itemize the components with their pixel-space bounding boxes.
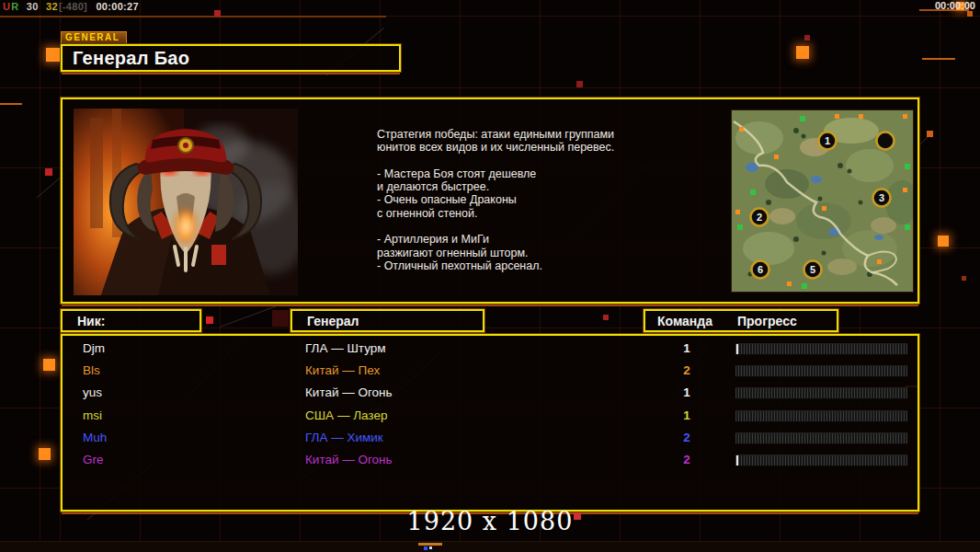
- player-team: 1: [677, 341, 697, 355]
- decor-line: [0, 16, 386, 17]
- progress-header-label: Прогресс: [737, 311, 797, 331]
- player-team: 1: [677, 408, 697, 422]
- decor-square: [796, 46, 809, 59]
- game-clock: 00:00:00: [935, 0, 975, 11]
- debug-fps-label: U: [3, 1, 10, 12]
- decor-line: [0, 103, 22, 105]
- decor-square: [967, 11, 973, 17]
- player-nick: msi: [83, 408, 102, 422]
- decor-square: [429, 546, 432, 549]
- player-general: Китай — Огонь: [305, 453, 393, 466]
- decor-square: [804, 35, 810, 40]
- map-preview: 13265: [731, 109, 914, 293]
- start-position-number: 1: [825, 135, 830, 146]
- nick-header-label: Ник:: [63, 311, 199, 331]
- player-progress-bar: [735, 432, 907, 444]
- player-row: msiСША — Лазер1: [63, 406, 917, 428]
- resolution-watermark: 1920 x 1080: [0, 507, 980, 535]
- progress-marker: [736, 455, 738, 466]
- bottom-strip: [0, 541, 980, 552]
- decor-square: [272, 310, 289, 327]
- decor-square: [43, 359, 55, 371]
- decor-square: [576, 81, 583, 87]
- general-title-box: Генерал Бао: [61, 44, 401, 72]
- player-progress-bar: [735, 343, 907, 355]
- decor-line: [418, 543, 442, 546]
- player-general: ГЛА — Штурм: [305, 341, 386, 355]
- decor-line: [922, 58, 955, 60]
- player-general: Китай — Пех: [305, 363, 380, 377]
- decor-square: [938, 236, 949, 247]
- general-header-label: Генерал: [292, 311, 483, 331]
- player-nick: Djm: [83, 341, 105, 355]
- player-general: США — Лазер: [305, 408, 387, 422]
- player-row: DjmГЛА — Штурм1: [63, 339, 917, 361]
- player-progress-bar: [735, 387, 907, 399]
- player-row: yusКитай — Огонь1: [63, 383, 917, 405]
- decor-square: [927, 131, 933, 137]
- decor-square: [206, 316, 213, 324]
- start-position-number: 3: [879, 192, 884, 203]
- decor-square: [603, 315, 609, 320]
- decor-square: [46, 48, 60, 62]
- start-position-number: 6: [758, 264, 763, 275]
- debug-readout: UR 30 32[-480] 00:00:27: [3, 1, 140, 12]
- player-progress-bar: [735, 410, 907, 422]
- player-nick: yus: [83, 385, 102, 399]
- start-position-number: 5: [810, 264, 815, 275]
- decor-square: [39, 448, 51, 460]
- strategy-description: Стратегия победы: атаки едиными группами…: [377, 128, 669, 272]
- player-rows: DjmГЛА — Штурм1BlsКитай — Пех2yusКитай —…: [63, 339, 917, 472]
- player-nick: Gre: [83, 453, 104, 466]
- start-position-number: 2: [757, 212, 762, 223]
- player-team: 2: [677, 431, 697, 444]
- column-header-nick: Ник:: [61, 309, 201, 332]
- decor-square: [962, 276, 966, 281]
- general-info-panel: Стратегия победы: атаки едиными группами…: [61, 98, 919, 304]
- player-team: 1: [677, 385, 697, 399]
- progress-marker: [736, 344, 738, 354]
- player-row: MuhГЛА — Химик2: [63, 428, 917, 450]
- player-general: Китай — Огонь: [305, 385, 393, 399]
- player-nick: Bls: [83, 363, 100, 377]
- player-row: BlsКитай — Пех2: [63, 361, 917, 383]
- player-row: GreКитай — Огонь2: [63, 450, 917, 472]
- column-header-team-progress: Команда Прогресс: [644, 309, 838, 332]
- player-general: ГЛА — Химик: [305, 431, 383, 444]
- player-progress-bar: [735, 454, 907, 466]
- team-header-label: Команда: [657, 311, 712, 331]
- start-position-marker: [877, 132, 895, 150]
- decor-square: [45, 168, 52, 176]
- decor-square: [214, 10, 221, 17]
- column-header-general: Генерал: [291, 309, 484, 332]
- tab-general[interactable]: GENERAL: [61, 31, 127, 43]
- player-team: 2: [677, 453, 697, 466]
- page-title: Генерал Бао: [63, 46, 399, 71]
- players-table: DjmГЛА — Штурм1BlsКитай — Пех2yusКитай —…: [61, 334, 919, 512]
- general-portrait: [74, 109, 298, 295]
- player-progress-bar: [735, 365, 907, 377]
- decor-square: [424, 546, 427, 550]
- player-nick: Muh: [83, 431, 107, 444]
- player-team: 2: [677, 363, 697, 377]
